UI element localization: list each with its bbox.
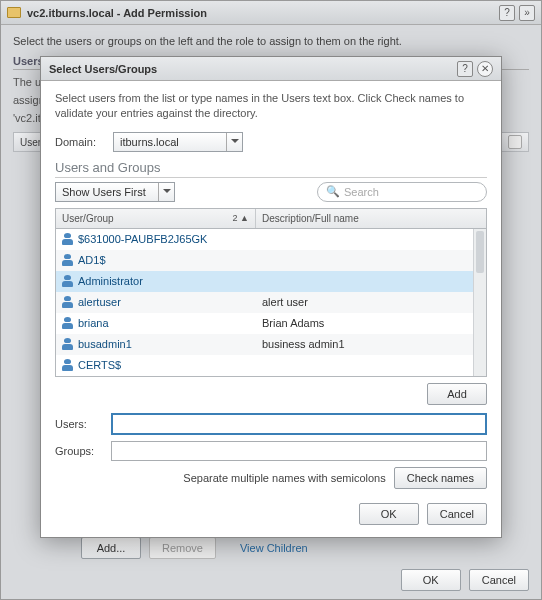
- dialog-body: Select users from the list or type names…: [41, 81, 501, 537]
- row-name: AD1$: [78, 254, 106, 266]
- dialog-help-icon[interactable]: ?: [457, 61, 473, 77]
- row-description: business admin1: [256, 338, 486, 350]
- scrollbar[interactable]: [473, 229, 486, 376]
- table-row[interactable]: AD1$: [56, 250, 486, 271]
- col-description[interactable]: Description/Full name: [256, 209, 486, 228]
- search-icon: 🔍: [326, 185, 340, 198]
- user-icon: [62, 338, 73, 350]
- user-icon: [62, 296, 73, 308]
- user-icon: [62, 233, 73, 245]
- users-label: Users:: [55, 418, 103, 430]
- domain-select[interactable]: itburns.local: [113, 132, 243, 152]
- table-row[interactable]: Administrator: [56, 271, 486, 292]
- user-icon: [62, 254, 73, 266]
- scrollbar-thumb[interactable]: [476, 231, 484, 273]
- user-icon: [62, 359, 73, 371]
- row-name: CERTS$: [78, 359, 121, 371]
- domain-label: Domain:: [55, 136, 105, 148]
- user-icon: [62, 317, 73, 329]
- table-row[interactable]: alertuseralert user: [56, 292, 486, 313]
- show-mode-value: Show Users First: [62, 186, 146, 198]
- add-button[interactable]: Add: [427, 383, 487, 405]
- dialog-ok-button[interactable]: OK: [359, 503, 419, 525]
- grid-header: User/Group 2 ▲ Description/Full name: [56, 209, 486, 229]
- users-grid: User/Group 2 ▲ Description/Full name $63…: [55, 208, 487, 377]
- row-description: alert user: [256, 296, 486, 308]
- grid-body: $631000-PAUBFB2J65GKAD1$Administratorale…: [56, 229, 486, 376]
- separator-hint: Separate multiple names with semicolons: [183, 472, 385, 484]
- chevron-down-icon: [226, 133, 242, 151]
- table-row[interactable]: brianaBrian Adams: [56, 313, 486, 334]
- user-icon: [62, 275, 73, 287]
- col-user-group[interactable]: User/Group 2 ▲: [56, 209, 256, 228]
- table-row[interactable]: CERTS$: [56, 355, 486, 376]
- row-name: briana: [78, 317, 109, 329]
- row-name: Administrator: [78, 275, 143, 287]
- domain-value: itburns.local: [120, 136, 179, 148]
- modal-overlay: Select Users/Groups ? ✕ Select users fro…: [0, 0, 542, 600]
- row-description: Brian Adams: [256, 317, 486, 329]
- row-name: $631000-PAUBFB2J65GK: [78, 233, 207, 245]
- filters-row: Show Users First 🔍: [55, 182, 487, 202]
- row-name: alertuser: [78, 296, 121, 308]
- users-input[interactable]: [111, 413, 487, 435]
- row-name: busadmin1: [78, 338, 132, 350]
- check-names-button[interactable]: Check names: [394, 467, 487, 489]
- select-users-dialog: Select Users/Groups ? ✕ Select users fro…: [40, 56, 502, 538]
- chevron-down-icon: [158, 183, 174, 201]
- dialog-instruction: Select users from the list or type names…: [55, 91, 487, 122]
- sort-indicator: 2 ▲: [233, 213, 249, 223]
- table-row[interactable]: $631000-PAUBFB2J65GK: [56, 229, 486, 250]
- show-mode-select[interactable]: Show Users First: [55, 182, 175, 202]
- groups-label: Groups:: [55, 445, 103, 457]
- dialog-cancel-button[interactable]: Cancel: [427, 503, 487, 525]
- users-groups-section-title: Users and Groups: [55, 160, 487, 178]
- groups-input[interactable]: [111, 441, 487, 461]
- table-row[interactable]: busadmin1business admin1: [56, 334, 486, 355]
- search-field[interactable]: 🔍: [317, 182, 487, 202]
- search-input[interactable]: [344, 186, 478, 198]
- dialog-titlebar: Select Users/Groups ? ✕: [41, 57, 501, 81]
- close-icon[interactable]: ✕: [477, 61, 493, 77]
- domain-row: Domain: itburns.local: [55, 132, 487, 152]
- dialog-title: Select Users/Groups: [49, 63, 453, 75]
